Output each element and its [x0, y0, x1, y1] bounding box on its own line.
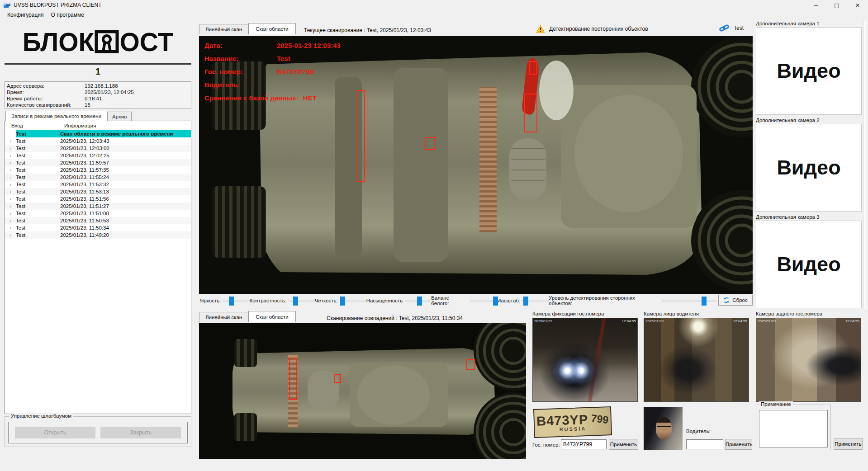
connection-link-label: Test — [734, 25, 744, 31]
camera-timestamp-time: 12:04:55 — [733, 319, 747, 323]
expand-icon[interactable]: › — [5, 217, 16, 224]
expand-icon[interactable]: › — [5, 160, 16, 166]
slider-handle[interactable] — [523, 297, 528, 306]
expand-icon[interactable]: › — [5, 210, 16, 217]
record-row[interactable]: ›Test2025/01/23, 12:03:43 — [5, 137, 191, 145]
match-scan-view[interactable] — [199, 323, 526, 459]
record-row[interactable]: ›Test2025/01/23, 11:53:13 — [5, 188, 191, 195]
server-info: Адрес сервера:192.168.1.188Время:2025/01… — [5, 81, 191, 108]
slider-label: Насыщенность — [366, 298, 403, 303]
expand-icon[interactable]: › — [5, 181, 16, 188]
column-header-entry[interactable]: Вход — [5, 121, 60, 130]
expand-icon[interactable]: › — [5, 145, 16, 151]
video-panel[interactable]: Видео — [756, 124, 862, 212]
slider-track[interactable] — [522, 300, 549, 301]
video-placeholder: Видео — [777, 156, 840, 179]
slider-track[interactable] — [289, 300, 315, 301]
scrollbar[interactable] — [863, 21, 867, 309]
overlay-plate-value: B473YP799 — [277, 68, 313, 75]
record-info: 2025/01/23, 11:51:27 — [60, 203, 191, 209]
reset-button[interactable]: Сброс — [718, 295, 753, 306]
record-row[interactable]: ›Test2025/01/23, 11:51:27 — [5, 203, 191, 210]
expand-icon[interactable]: › — [5, 138, 16, 144]
connection-link[interactable]: Test — [719, 24, 744, 32]
apply-driver-button[interactable]: Применить — [725, 439, 752, 450]
slider-track[interactable] — [223, 300, 249, 301]
record-row[interactable]: ›Test2025/01/23, 12:03:00 — [5, 145, 191, 152]
barrier-open-button[interactable]: Открыть — [15, 427, 95, 438]
camera-timestamp-date: 2025/01/23 — [645, 319, 664, 323]
record-info: 2025/01/23, 11:51:56 — [60, 196, 191, 202]
record-row[interactable]: ›Test2025/01/23, 11:59:57 — [5, 159, 191, 166]
record-info: 2025/01/23, 11:59:57 — [60, 160, 191, 165]
slider-handle[interactable] — [340, 297, 345, 306]
expand-icon[interactable]: › — [5, 203, 16, 209]
overlay-name-label: Название: — [204, 55, 277, 62]
record-row[interactable]: ›Test2025/01/23, 11:50:53 — [5, 217, 191, 224]
expand-icon[interactable]: › — [5, 196, 16, 202]
barrier-control-group: Управление шлагбаумом Открыть Закрыть — [5, 416, 191, 447]
record-row[interactable]: ›Test2025/01/23, 11:51:56 — [5, 195, 191, 203]
slider-handle[interactable] — [702, 297, 707, 306]
expand-icon[interactable]: › — [5, 167, 16, 173]
face-camera-view[interactable]: 2025/01/23 12:04:55 — [644, 318, 749, 402]
main-scan-view[interactable]: Дата:2025-01-23 12:03:43 Название:Test Г… — [199, 36, 753, 294]
record-info: 2025/01/23, 11:53:13 — [60, 189, 191, 194]
note-textarea[interactable] — [759, 410, 828, 447]
tab-area-scan-match[interactable]: Скан области — [248, 311, 296, 322]
info-row: Время работы:0:18:41 — [7, 95, 191, 102]
maximize-button[interactable]: ▢ — [826, 0, 847, 11]
record-row[interactable]: ›Test2025/01/23, 11:53:32 — [5, 181, 191, 188]
expand-icon[interactable]: › — [5, 225, 16, 231]
expand-icon[interactable]: › — [5, 152, 16, 159]
menu-configuration[interactable]: Конфигурация — [4, 10, 47, 19]
tab-linear-scan-match[interactable]: Линейный скан — [199, 312, 248, 322]
column-header-info[interactable]: Информация — [60, 123, 96, 128]
match-scan-label: Сканирование совпадений : Test, 2025/01/… — [327, 315, 463, 321]
record-info: 2025/01/23, 12:03:00 — [60, 146, 191, 151]
menu-about[interactable]: О программе — [47, 10, 88, 19]
record-row-selected[interactable]: Test Скан области в режиме реального вре… — [5, 130, 191, 137]
info-row: Адрес сервера:192.168.1.188 — [7, 83, 191, 89]
record-name: Test — [16, 153, 60, 158]
rear-camera-view[interactable]: 2025/01/23 12:04:55 — [756, 318, 861, 402]
tab-realtime-records[interactable]: Записи в режиме реального времени — [5, 111, 107, 121]
record-row[interactable]: ›Test2025/01/23, 11:57:35 — [5, 166, 191, 174]
video-panel[interactable]: Видео — [756, 221, 862, 308]
plate-camera-view[interactable]: 2025/01/23 12:04:55 — [532, 318, 638, 402]
plate-crop-image: B473YP 799 RUSSIA — [533, 406, 612, 438]
tab-linear-scan[interactable]: Линейный скан — [199, 24, 248, 34]
slider-track[interactable] — [405, 300, 431, 301]
expand-icon[interactable]: › — [5, 174, 16, 180]
minimize-button[interactable]: ─ — [806, 0, 826, 11]
apply-plate-button[interactable]: Применить — [609, 439, 638, 450]
row-gutter — [5, 130, 16, 137]
slider-track[interactable] — [470, 300, 497, 301]
record-row[interactable]: ›Test2025/01/23, 11:55:24 — [5, 174, 191, 181]
close-button[interactable]: ✕ — [847, 0, 868, 11]
record-row[interactable]: ›Test2025/01/23, 11:51:08 — [5, 210, 191, 217]
expand-icon[interactable]: › — [5, 188, 16, 195]
expand-icon[interactable]: › — [5, 232, 16, 238]
plate-number-input[interactable] — [561, 439, 607, 449]
record-row[interactable]: ›Test2025/01/23, 11:50:34 — [5, 224, 191, 231]
slider-handle[interactable] — [229, 297, 234, 306]
slider-handle[interactable] — [493, 297, 498, 306]
slider-label: Уровень детектирования сторонних объекто… — [549, 295, 660, 306]
image-adjust-slider: Яркость: — [200, 298, 249, 303]
video-panel[interactable]: Видео — [756, 27, 862, 115]
record-row[interactable]: ›Test2025/01/23, 11:49:20 — [5, 231, 191, 239]
reset-button-label: Сброс — [732, 297, 747, 303]
record-name: Test — [16, 174, 60, 180]
driver-input[interactable] — [686, 439, 723, 449]
apply-note-button[interactable]: Применить — [834, 438, 863, 450]
slider-track[interactable] — [340, 300, 366, 301]
slider-handle[interactable] — [417, 297, 422, 306]
barrier-close-button[interactable]: Закрыть — [100, 427, 181, 438]
tab-archive[interactable]: Архив — [107, 112, 132, 121]
driver-crop-image — [644, 407, 683, 450]
slider-handle[interactable] — [293, 297, 298, 306]
slider-track[interactable] — [662, 300, 716, 301]
record-row[interactable]: ›Test2025/01/23, 12:02:25 — [5, 152, 191, 159]
tab-area-scan[interactable]: Скан области — [248, 23, 296, 34]
